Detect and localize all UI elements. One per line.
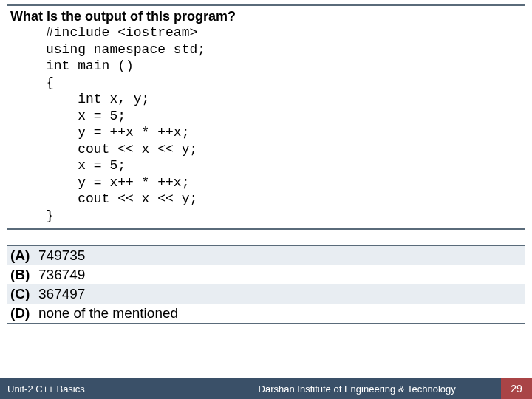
options-block: (A) 749735 (B) 736749 (C) 367497 (D) non… [7, 245, 525, 324]
option-label: (B) [10, 267, 38, 283]
footer-unit: Unit-2 C++ Basics [0, 383, 213, 395]
option-a: (A) 749735 [7, 246, 525, 265]
option-label: (A) [10, 248, 38, 264]
option-label: (D) [10, 305, 38, 321]
footer: Unit-2 C++ Basics Darshan Institute of E… [0, 378, 532, 399]
option-text: none of the mentioned [38, 305, 522, 321]
option-b: (B) 736749 [7, 265, 525, 284]
option-text: 367497 [38, 286, 522, 302]
option-d: (D) none of the mentioned [7, 304, 525, 323]
footer-institute: Darshan Institute of Engineering & Techn… [213, 383, 501, 395]
option-text: 749735 [38, 248, 522, 264]
question-text: What is the output of this program? [7, 9, 525, 24]
question-block: What is the output of this program? #inc… [7, 4, 525, 230]
option-c: (C) 367497 [7, 284, 525, 304]
option-text: 736749 [38, 267, 522, 283]
option-label: (C) [10, 286, 38, 302]
code-block: #include <iostream> using namespace std;… [7, 24, 525, 224]
footer-page-number: 29 [501, 378, 532, 399]
